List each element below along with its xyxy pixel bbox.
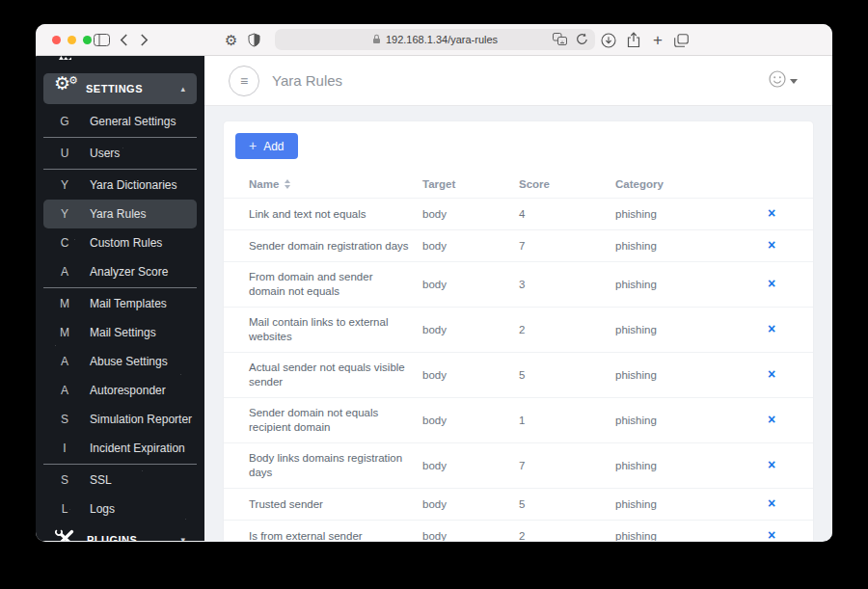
plugins-section-label: PLUGINS — [87, 534, 137, 541]
sidebar-item-label: Mail Templates — [90, 297, 167, 310]
sidebar-item-letter: S — [55, 413, 74, 426]
sidebar-item-label: Mail Settings — [90, 326, 156, 339]
delete-rule-button[interactable]: × — [768, 412, 775, 427]
sidebar-item-users[interactable]: U Users — [43, 139, 197, 168]
address-bar[interactable]: 192.168.1.34/yara-rules — [275, 29, 595, 50]
delete-rule-button[interactable]: × — [768, 457, 775, 472]
sort-icon — [285, 179, 290, 189]
main-area: ≡ Yara Rules + Add — [204, 56, 832, 541]
sidebar-item-label: Abuse Settings — [90, 355, 168, 368]
reload-icon[interactable] — [576, 33, 588, 47]
translate-icon[interactable] — [553, 33, 567, 47]
delete-rule-button[interactable]: × — [768, 366, 775, 382]
rule-name-cell: Sender domain registration days — [249, 239, 422, 254]
rule-target-cell: body — [422, 459, 519, 473]
sidebar-item-label: SSL — [90, 473, 112, 487]
table-body: Link and text not equals body 4 phishing… — [224, 198, 813, 541]
sidebar-item-letter: M — [55, 297, 74, 310]
sidebar-nav: G General Settings U Users Y Yara Dictio… — [36, 107, 204, 523]
sidebar-item-letter: M — [55, 326, 74, 339]
sidebar-divider — [43, 169, 197, 170]
rule-name-cell: Link and text not equals — [249, 207, 422, 222]
rule-target-cell: body — [422, 207, 519, 222]
user-menu-button[interactable] — [769, 70, 798, 92]
settings-section-header[interactable]: ⚙ ⚙ SETTINGS ▴ — [43, 73, 197, 104]
sidebar-item-incident-expiration[interactable]: I Incident Expiration — [43, 434, 197, 463]
sidebar-toggle-icon[interactable] — [94, 24, 110, 56]
rule-category-cell: phishing — [615, 239, 755, 254]
sidebar-item-letter: S — [55, 473, 74, 487]
expand-caret-icon: ▾ — [180, 535, 185, 541]
delete-rule-button[interactable]: × — [768, 205, 775, 221]
forward-icon[interactable] — [140, 24, 149, 56]
traffic-lights — [52, 36, 92, 44]
sidebar-divider — [43, 464, 197, 465]
sidebar-item-letter: A — [55, 384, 74, 397]
rule-target-cell: body — [422, 323, 519, 337]
delete-rule-button[interactable]: × — [768, 527, 775, 541]
rule-name-cell: Sender domain not equals recipient domai… — [249, 406, 422, 435]
delete-rule-button[interactable]: × — [768, 237, 775, 253]
yara-rules-card: + Add Name Target Score Category — [224, 121, 813, 541]
sidebar-item-abuse-settings[interactable]: A Abuse Settings — [43, 347, 197, 376]
rule-target-cell: body — [422, 529, 519, 542]
rule-score-cell: 4 — [519, 207, 615, 222]
rule-category-cell: phishing — [615, 323, 755, 337]
sidebar-item-autoresponder[interactable]: A Autoresponder — [43, 376, 197, 405]
rule-name-cell: Mail contain links to external websites — [249, 315, 422, 344]
sidebar-item-label: Yara Dictionaries — [90, 178, 176, 192]
share-icon[interactable] — [627, 24, 640, 56]
hamburger-menu-button[interactable]: ≡ — [229, 66, 259, 96]
sidebar-item-logs[interactable]: L Logs — [43, 495, 197, 523]
rule-category-cell: phishing — [615, 414, 755, 428]
close-window-button[interactable] — [52, 36, 61, 44]
sidebar-item-custom-rules[interactable]: C Custom Rules — [43, 228, 197, 257]
minimize-window-button[interactable] — [68, 36, 76, 44]
delete-rule-button[interactable]: × — [768, 276, 775, 291]
content-area: + Add Name Target Score Category — [204, 106, 832, 541]
rule-target-cell: body — [422, 414, 519, 428]
page-settings-icon[interactable]: ⚙ — [225, 24, 237, 56]
rule-name-cell: Actual sender not equals visible sender — [249, 361, 422, 389]
sidebar-item-label: Custom Rules — [90, 236, 162, 250]
sidebar-item-yara-dictionaries[interactable]: Y Yara Dictionaries — [43, 171, 197, 200]
browser-window: ⚙ 192.168.1.34/yara-rules + — [36, 24, 832, 542]
browser-toolbar: ⚙ 192.168.1.34/yara-rules + — [36, 24, 832, 56]
plugins-section-header[interactable]: PLUGINS ▾ — [43, 525, 197, 541]
delete-rule-button[interactable]: × — [768, 321, 775, 336]
sidebar-item-mail-templates[interactable]: M Mail Templates — [43, 289, 197, 318]
smiley-icon — [769, 70, 786, 92]
rule-score-cell: 1 — [519, 414, 615, 428]
gears-icon: ⚙ ⚙ — [55, 79, 78, 98]
table-row: Body links domains registration days bod… — [224, 442, 813, 488]
rule-target-cell: body — [422, 497, 519, 512]
table-row: Actual sender not equals visible sender … — [224, 352, 813, 397]
sidebar-item-letter: L — [55, 502, 74, 516]
zoom-window-button[interactable] — [83, 36, 92, 44]
rule-category-cell: phishing — [615, 368, 755, 383]
back-icon[interactable] — [120, 24, 128, 56]
rule-target-cell: body — [422, 368, 519, 383]
rule-score-cell: 2 — [519, 323, 615, 337]
sidebar-item-ssl[interactable]: S SSL — [43, 466, 197, 495]
settings-section-label: SETTINGS — [86, 83, 143, 94]
sidebar: ⚙ ⚙ SETTINGS ▴ G General Settings U User… — [36, 56, 204, 541]
tab-overview-icon[interactable] — [674, 24, 689, 56]
sidebar-item-label: Analyzer Score — [90, 265, 168, 279]
sidebar-item-general-settings[interactable]: G General Settings — [43, 107, 197, 136]
delete-rule-button[interactable]: × — [768, 495, 775, 511]
sidebar-item-analyzer-score[interactable]: A Analyzer Score — [43, 257, 197, 286]
sidebar-item-simulation-reporter[interactable]: S Simulation Reporter — [43, 405, 197, 434]
table-row: Sender domain not equals recipient domai… — [224, 397, 813, 442]
column-header-name[interactable]: Name — [249, 178, 422, 190]
downloads-icon[interactable] — [601, 24, 616, 56]
sidebar-item-label: Users — [90, 147, 120, 160]
sidebar-item-mail-settings[interactable]: M Mail Settings — [43, 318, 197, 347]
rule-score-cell: 5 — [519, 368, 615, 383]
rule-name-cell: Is from external sender — [249, 529, 422, 542]
new-tab-icon[interactable]: + — [653, 24, 663, 56]
add-rule-button[interactable]: + Add — [235, 133, 298, 159]
rules-table: Name Target Score Category Link and text… — [224, 171, 813, 541]
privacy-shield-icon[interactable] — [248, 24, 260, 56]
sidebar-item-yara-rules[interactable]: Y Yara Rules — [43, 200, 197, 228]
